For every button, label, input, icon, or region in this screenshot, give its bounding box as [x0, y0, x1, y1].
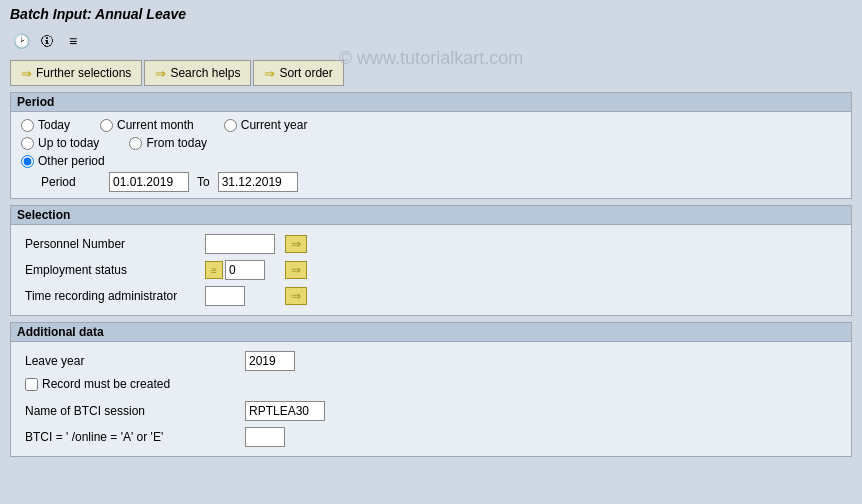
from-today-radio-label[interactable]: From today [129, 136, 207, 150]
btci-condition-input[interactable] [245, 427, 285, 447]
today-label: Today [38, 118, 70, 132]
further-selections-arrow-icon: ⇒ [21, 66, 32, 81]
period-section: Period Today Current month Current year [10, 92, 852, 199]
clock-icon[interactable]: 🕑 [10, 30, 32, 52]
personnel-number-label: Personnel Number [21, 231, 201, 257]
from-today-label: From today [146, 136, 207, 150]
today-radio-label[interactable]: Today [21, 118, 70, 132]
selection-section: Selection Personnel Number ⇒ Employment … [10, 205, 852, 316]
current-year-label: Current year [241, 118, 308, 132]
additional-data-section: Additional data Leave year Record mus [10, 322, 852, 457]
period-to-input[interactable] [218, 172, 298, 192]
up-to-today-radio-label[interactable]: Up to today [21, 136, 99, 150]
employment-status-label: Employment status [21, 257, 201, 283]
today-radio[interactable] [21, 119, 34, 132]
tab-search-helps-label: Search helps [170, 66, 240, 80]
tab-sort-order-label: Sort order [279, 66, 332, 80]
period-from-label: Period [41, 175, 101, 189]
employment-status-icon[interactable]: ≡ [205, 261, 223, 279]
table-row: Name of BTCI session [21, 398, 841, 424]
period-to-label: To [197, 175, 210, 189]
other-period-radio-label[interactable]: Other period [21, 154, 105, 168]
period-header: Period [11, 93, 851, 112]
current-year-radio[interactable] [224, 119, 237, 132]
tab-further-selections-label: Further selections [36, 66, 131, 80]
info-icon[interactable]: 🛈 [36, 30, 58, 52]
btci-session-label: Name of BTCI session [21, 398, 241, 424]
current-year-radio-label[interactable]: Current year [224, 118, 308, 132]
table-row: Record must be created [21, 374, 841, 398]
other-period-radio[interactable] [21, 155, 34, 168]
table-row: BTCI = ' /online = 'A' or 'E' [21, 424, 841, 450]
columns-icon[interactable]: ≡ [62, 30, 84, 52]
tab-further-selections[interactable]: ⇒ Further selections [10, 60, 142, 86]
record-must-be-created-label: Record must be created [42, 377, 170, 391]
employment-status-lookup-btn[interactable]: ⇒ [285, 261, 307, 279]
tab-search-helps[interactable]: ⇒ Search helps [144, 60, 251, 86]
search-helps-arrow-icon: ⇒ [155, 66, 166, 81]
period-from-input[interactable] [109, 172, 189, 192]
btci-condition-label: BTCI = ' /online = 'A' or 'E' [21, 424, 241, 450]
leave-year-input[interactable] [245, 351, 295, 371]
current-month-label: Current month [117, 118, 194, 132]
leave-year-label: Leave year [21, 348, 241, 374]
selection-table: Personnel Number ⇒ Employment status ≡ [21, 231, 841, 309]
sort-order-arrow-icon: ⇒ [264, 66, 275, 81]
selection-header: Selection [11, 206, 851, 225]
record-must-be-created-checkbox[interactable] [25, 378, 38, 391]
additional-data-header: Additional data [11, 323, 851, 342]
other-period-label: Other period [38, 154, 105, 168]
page-title: Batch Input: Annual Leave [10, 6, 852, 22]
from-today-radio[interactable] [129, 137, 142, 150]
up-to-today-label: Up to today [38, 136, 99, 150]
current-month-radio-label[interactable]: Current month [100, 118, 194, 132]
table-row: Leave year [21, 348, 841, 374]
tab-sort-order[interactable]: ⇒ Sort order [253, 60, 343, 86]
time-recording-admin-lookup-btn[interactable]: ⇒ [285, 287, 307, 305]
time-recording-admin-label: Time recording administrator [21, 283, 201, 309]
table-row: Time recording administrator ⇒ [21, 283, 841, 309]
additional-data-table: Leave year Record must be created [21, 348, 841, 450]
personnel-number-input[interactable] [205, 234, 275, 254]
table-row: Employment status ≡ ⇒ [21, 257, 841, 283]
btci-session-input[interactable] [245, 401, 325, 421]
up-to-today-radio[interactable] [21, 137, 34, 150]
time-recording-admin-input[interactable] [205, 286, 245, 306]
current-month-radio[interactable] [100, 119, 113, 132]
employment-status-input[interactable] [225, 260, 265, 280]
personnel-number-lookup-btn[interactable]: ⇒ [285, 235, 307, 253]
table-row: Personnel Number ⇒ [21, 231, 841, 257]
